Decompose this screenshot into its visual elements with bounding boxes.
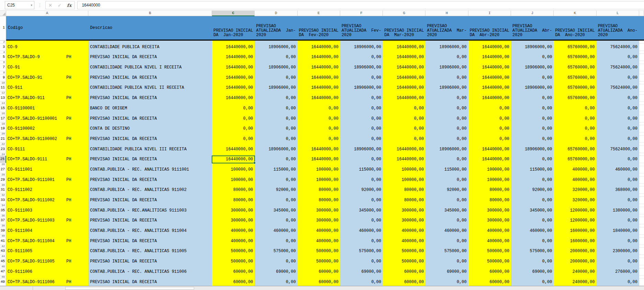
cell-E46[interactable] bbox=[298, 265, 340, 268]
cell-A23[interactable]: CO-9111 bbox=[6, 146, 88, 153]
cell-B20[interactable] bbox=[88, 132, 212, 136]
cell-D22[interactable] bbox=[255, 143, 297, 146]
cell-E37[interactable]: 300000,00 bbox=[298, 217, 340, 224]
cell-K46[interactable] bbox=[554, 265, 596, 268]
cell-M21[interactable] bbox=[639, 136, 644, 143]
cell-M37[interactable] bbox=[639, 217, 644, 224]
cell-I38[interactable] bbox=[468, 224, 511, 227]
cell-A31[interactable]: CO-9111002 bbox=[6, 186, 88, 194]
row-header-11[interactable]: 11 bbox=[0, 84, 6, 92]
cell-L14[interactable] bbox=[597, 102, 639, 105]
cell-F31[interactable]: 92000,00 bbox=[340, 186, 383, 194]
cell-A13[interactable]: CO+TP.SALDO-911PH bbox=[6, 95, 88, 102]
cell-F15[interactable]: 0,00 bbox=[340, 105, 383, 112]
cell-M22[interactable] bbox=[639, 143, 644, 146]
cell-A5[interactable]: CO+TP.SALDO-9PH bbox=[6, 54, 88, 61]
cell-I12[interactable] bbox=[468, 92, 511, 95]
cell-F49[interactable]: 0,00 bbox=[340, 279, 383, 286]
cell-I45[interactable]: 500000,00 bbox=[468, 258, 511, 265]
cell-D23[interactable]: 18906000,00 bbox=[255, 146, 297, 153]
cell-B40[interactable] bbox=[88, 235, 212, 238]
cell-M29[interactable] bbox=[639, 176, 644, 184]
header-cell-H1[interactable]: PREVISAO ATUALIZADA Mar- 2020 bbox=[425, 16, 468, 41]
cell-L24[interactable] bbox=[597, 153, 639, 156]
cell-I16[interactable] bbox=[468, 112, 511, 115]
cell-A27[interactable]: CO-9111001 bbox=[6, 166, 88, 173]
cell-L49[interactable]: 0,00 bbox=[597, 279, 639, 286]
cell-A34[interactable] bbox=[6, 204, 88, 207]
cell-M34[interactable] bbox=[639, 204, 644, 207]
cell-G18[interactable] bbox=[383, 122, 425, 126]
cell-A29[interactable]: CO+TP.SALDO-9111001PH bbox=[6, 176, 88, 184]
cell-K44[interactable] bbox=[554, 255, 596, 258]
cell-J12[interactable] bbox=[511, 92, 554, 95]
cell-M18[interactable] bbox=[639, 122, 644, 126]
cell-D46[interactable] bbox=[255, 265, 297, 268]
cell-L5[interactable]: 0,00 bbox=[597, 54, 639, 61]
cell-A4[interactable] bbox=[6, 51, 88, 54]
header-cell-C1[interactable]: PREVISAO INICIAL DA Jan-2020 bbox=[212, 16, 255, 41]
cell-C49[interactable]: 60000,00 bbox=[212, 279, 255, 286]
cell-A25[interactable]: CO+TP.SALDO-9111PH bbox=[6, 156, 88, 163]
cell-H43[interactable]: 575000,00 bbox=[425, 248, 468, 255]
cell-A43[interactable]: CO-9111005 bbox=[6, 248, 88, 255]
cell-A35[interactable]: CO-9111003 bbox=[6, 207, 88, 214]
cell-M49[interactable] bbox=[639, 279, 644, 286]
cell-H39[interactable]: 460000,00 bbox=[425, 227, 468, 235]
cell-K7[interactable]: 65760000,00 bbox=[554, 64, 596, 71]
cell-L4[interactable] bbox=[597, 51, 639, 54]
cell-I19[interactable]: 0,00 bbox=[468, 125, 511, 132]
cell-G4[interactable] bbox=[383, 51, 425, 54]
row-header-33[interactable]: 33 bbox=[0, 197, 6, 204]
cell-G40[interactable] bbox=[383, 235, 425, 238]
cell-F22[interactable] bbox=[340, 143, 383, 146]
cell-J27[interactable]: 115000,00 bbox=[511, 166, 554, 173]
cell-G9[interactable]: 16440000,00 bbox=[383, 74, 425, 82]
column-header-B[interactable]: B bbox=[88, 11, 212, 16]
cell-E24[interactable] bbox=[298, 153, 340, 156]
cell-M33[interactable] bbox=[639, 197, 644, 204]
cell-I35[interactable]: 300000,00 bbox=[468, 207, 511, 214]
cell-G11[interactable]: 16440000,00 bbox=[383, 84, 425, 92]
cell-H27[interactable]: 115000,00 bbox=[425, 166, 468, 173]
cell-G16[interactable] bbox=[383, 112, 425, 115]
cell-C43[interactable]: 500000,00 bbox=[212, 248, 255, 255]
column-header-A[interactable]: A bbox=[6, 11, 88, 16]
cell-C37[interactable]: 300000,00 bbox=[212, 217, 255, 224]
cell-F4[interactable] bbox=[340, 51, 383, 54]
cell-K29[interactable]: 400000,00 bbox=[554, 176, 596, 184]
cell-L29[interactable]: 0,00 bbox=[597, 176, 639, 184]
cell-F47[interactable]: 69000,00 bbox=[340, 268, 383, 276]
cell-M45[interactable] bbox=[639, 258, 644, 265]
cell-F35[interactable]: 345000,00 bbox=[340, 207, 383, 214]
cell-K48[interactable] bbox=[554, 276, 596, 279]
cell-H13[interactable]: 0,00 bbox=[425, 95, 468, 102]
cell-E3[interactable]: 16440000,00 bbox=[298, 44, 340, 51]
cell-I24[interactable] bbox=[468, 153, 511, 156]
cell-M40[interactable] bbox=[639, 235, 644, 238]
cell-J36[interactable] bbox=[511, 214, 554, 217]
cell-B27[interactable]: CONTAB.PUBLICA - REC. ANALITICAS 9111001 bbox=[88, 166, 212, 173]
cell-M9[interactable] bbox=[639, 74, 644, 82]
cell-L18[interactable] bbox=[597, 122, 639, 126]
cell-K40[interactable] bbox=[554, 235, 596, 238]
cell-E8[interactable] bbox=[298, 71, 340, 74]
cell-D41[interactable]: 0,00 bbox=[255, 238, 297, 245]
cell-H4[interactable] bbox=[425, 51, 468, 54]
cell-G49[interactable]: 60000,00 bbox=[383, 279, 425, 286]
cell-D16[interactable] bbox=[255, 112, 297, 115]
formula-input[interactable]: 16440000 bbox=[77, 1, 644, 9]
cell-I47[interactable]: 60000,00 bbox=[468, 268, 511, 276]
cell-J43[interactable]: 575000,00 bbox=[511, 248, 554, 255]
cell-E19[interactable]: 0,00 bbox=[298, 125, 340, 132]
cell-J19[interactable]: 0,00 bbox=[511, 125, 554, 132]
cell-G35[interactable]: 300000,00 bbox=[383, 207, 425, 214]
cell-A19[interactable]: CO-91100002 bbox=[6, 125, 88, 132]
cell-J3[interactable]: 18906000,00 bbox=[511, 44, 554, 51]
chevron-down-icon[interactable]: ▾ bbox=[31, 3, 32, 7]
cell-A32[interactable] bbox=[6, 194, 88, 197]
cell-J49[interactable]: 0,00 bbox=[511, 279, 554, 286]
column-header-E[interactable]: E bbox=[298, 11, 340, 16]
cell-L9[interactable]: 0,00 bbox=[597, 74, 639, 82]
cell-H36[interactable] bbox=[425, 214, 468, 217]
